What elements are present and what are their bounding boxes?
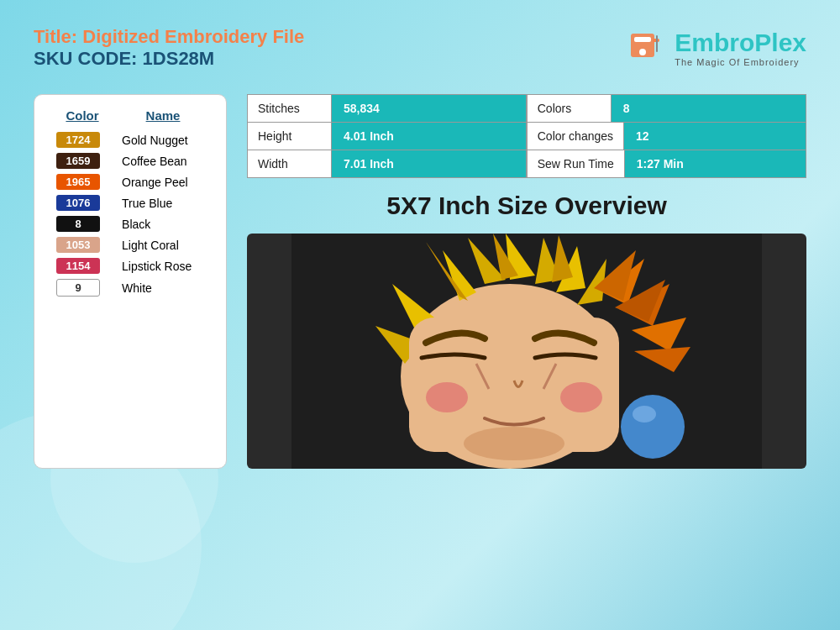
color-table-row: 1053Light Coral — [50, 234, 211, 255]
right-panel: Stitches58,834Height4.01 InchWidth7.01 I… — [247, 94, 806, 469]
svg-point-25 — [621, 395, 685, 459]
stats-value: 1:27 Min — [625, 150, 806, 177]
logo-name: EmbroPlex — [675, 29, 806, 57]
color-table-card: Color Name 1724Gold Nugget1659Coffee Bea… — [34, 94, 227, 469]
stats-label: Sew Run Time — [528, 150, 625, 177]
size-overview-title: 5X7 Inch Size Overview — [247, 192, 806, 220]
logo-first: Embro — [675, 29, 754, 56]
color-table-row: 1724Gold Nugget — [50, 129, 211, 150]
color-table-row: 1154Lipstick Rose — [50, 255, 211, 276]
stats-value: 12 — [624, 123, 806, 150]
color-swatch: 9 — [56, 279, 100, 297]
color-table-row: 1659Coffee Bean — [50, 150, 211, 171]
stats-label: Color changes — [528, 123, 624, 150]
color-swatch-cell: 1053 — [50, 234, 115, 255]
sku-value: 1DS28M — [143, 48, 215, 69]
header-left: Title: Digitized Embroidery File SKU COD… — [34, 26, 304, 70]
stats-row: Sew Run Time1:27 Min — [528, 150, 806, 177]
color-swatch-cell: 1965 — [50, 171, 115, 192]
col-header-color: Color — [50, 108, 115, 129]
color-name-cell: Lipstick Rose — [115, 255, 211, 276]
stats-row: Width7.01 Inch — [248, 150, 526, 177]
color-name-cell: Black — [115, 213, 211, 234]
stats-table: Stitches58,834Height4.01 InchWidth7.01 I… — [247, 94, 806, 178]
stats-value: 8 — [612, 95, 806, 122]
content-area: Color Name 1724Gold Nugget1659Coffee Bea… — [34, 94, 806, 469]
stats-label: Stitches — [248, 95, 332, 122]
title-line: Title: Digitized Embroidery File — [34, 26, 304, 48]
svg-point-23 — [560, 382, 602, 412]
logo-tagline: The Magic Of Embroidery — [675, 57, 806, 67]
title-value: Digitized Embroidery File — [82, 26, 304, 47]
color-swatch: 1659 — [56, 153, 100, 169]
color-name-cell: Orange Peel — [115, 171, 211, 192]
color-swatch-cell: 9 — [50, 276, 115, 299]
svg-rect-1 — [634, 37, 651, 42]
sku-label: SKU CODE: — [34, 48, 137, 69]
svg-point-26 — [633, 406, 656, 423]
color-swatch: 1154 — [56, 258, 100, 274]
color-name-cell: Light Coral — [115, 234, 211, 255]
color-swatch: 1724 — [56, 132, 100, 148]
color-swatch-cell: 8 — [50, 213, 115, 234]
color-name-cell: True Blue — [115, 192, 211, 213]
stats-right-col: Colors8Color changes12Sew Run Time1:27 M… — [528, 95, 806, 177]
stats-row: Stitches58,834 — [248, 95, 526, 123]
svg-point-24 — [464, 427, 564, 460]
color-swatch: 8 — [56, 216, 100, 232]
color-swatch: 1965 — [56, 174, 100, 190]
header: Title: Digitized Embroidery File SKU COD… — [34, 25, 806, 71]
logo-area: EmbroPlex The Magic Of Embroidery — [626, 25, 806, 71]
color-swatch-cell: 1724 — [50, 129, 115, 150]
color-table-row: 8Black — [50, 213, 211, 234]
stats-row: Color changes12 — [528, 123, 806, 150]
color-name-cell: Gold Nugget — [115, 129, 211, 150]
color-swatch: 1076 — [56, 195, 100, 211]
stats-label: Height — [248, 123, 332, 150]
color-table-row: 1965Orange Peel — [50, 171, 211, 192]
sku-line: SKU CODE: 1DS28M — [34, 48, 304, 70]
stats-row: Colors8 — [528, 95, 806, 123]
svg-point-2 — [639, 49, 646, 55]
color-table-row: 9White — [50, 276, 211, 299]
stats-value: 4.01 Inch — [332, 123, 526, 150]
stats-left-col: Stitches58,834Height4.01 InchWidth7.01 I… — [248, 95, 526, 177]
color-name-cell: White — [115, 276, 211, 299]
main-container: Title: Digitized Embroidery File SKU COD… — [17, 0, 823, 486]
stats-row: Height4.01 Inch — [248, 123, 526, 150]
embroidery-image — [247, 234, 806, 469]
stats-label: Width — [248, 150, 332, 177]
color-table-row: 1076True Blue — [50, 192, 211, 213]
stats-label: Colors — [528, 95, 612, 122]
svg-rect-4 — [656, 35, 658, 52]
color-swatch: 1053 — [56, 237, 100, 253]
svg-point-22 — [426, 382, 468, 412]
color-swatch-cell: 1659 — [50, 150, 115, 171]
title-label: Title: — [34, 26, 77, 47]
embroidery-machine-icon — [626, 25, 666, 71]
col-header-name: Name — [115, 108, 211, 129]
logo-second: Plex — [754, 29, 806, 56]
logo-text-area: EmbroPlex The Magic Of Embroidery — [675, 29, 806, 67]
stats-value: 7.01 Inch — [332, 150, 526, 177]
color-table: Color Name 1724Gold Nugget1659Coffee Bea… — [50, 108, 211, 299]
color-name-cell: Coffee Bean — [115, 150, 211, 171]
color-swatch-cell: 1154 — [50, 255, 115, 276]
color-swatch-cell: 1076 — [50, 192, 115, 213]
stats-value: 58,834 — [332, 95, 526, 122]
